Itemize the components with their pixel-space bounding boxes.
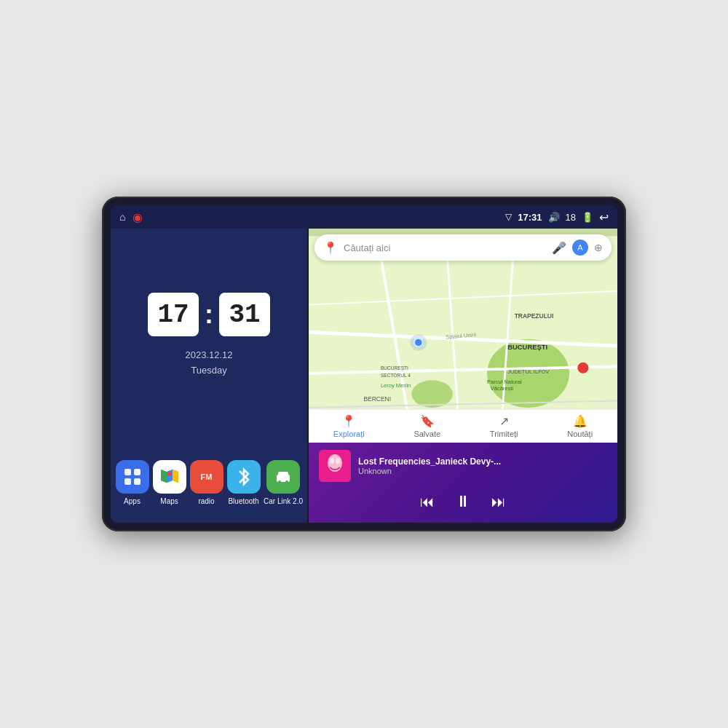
clock-date: 2023.12.12 Tuesday <box>185 348 232 379</box>
app-item-apps[interactable]: Apps <box>115 460 149 505</box>
salvate-label: Salvate <box>414 430 440 438</box>
explorare-label: Explorați <box>333 430 365 438</box>
battery-icon: 🔋 <box>582 212 593 223</box>
music-info: Lost Frequencies_Janieck Devy-... Unknow… <box>319 450 607 482</box>
right-panel: TRAPEZULUI BUCUREȘTI JUDEȚUL ILFOV BERCE… <box>309 229 617 523</box>
carlink-icon <box>266 460 300 494</box>
svg-rect-2 <box>124 478 131 485</box>
album-art <box>319 450 351 482</box>
noutati-label: Noutăți <box>567 430 593 438</box>
status-info: ▽ 17:31 🔊 18 🔋 ↩ <box>505 210 609 224</box>
map-area[interactable]: TRAPEZULUI BUCUREȘTI JUDEȚUL ILFOV BERCE… <box>309 229 617 443</box>
next-button[interactable]: ⏭ <box>491 494 506 510</box>
svg-point-11 <box>278 480 281 483</box>
music-text: Lost Frequencies_Janieck Devy-... Unknow… <box>358 456 607 475</box>
explorare-icon: 📍 <box>341 414 356 428</box>
map-pin-icon: 📍 <box>323 241 338 255</box>
svg-text:Leroy Merlin: Leroy Merlin <box>381 382 411 389</box>
volume-level: 18 <box>566 212 576 223</box>
map-bottom-bar: 📍 Explorați 🔖 Salvate ↗ Trimiteți 🔔 <box>309 409 617 443</box>
svg-text:Văcărești: Văcărești <box>491 385 514 392</box>
map-nav-explorare[interactable]: 📍 Explorați <box>333 414 365 438</box>
svg-point-12 <box>285 480 288 483</box>
music-artist: Unknown <box>358 467 607 475</box>
map-search-bar[interactable]: 📍 Căutați aici 🎤 A ⊕ <box>314 234 612 261</box>
svg-text:BUCUREȘTI: BUCUREȘTI <box>507 343 547 351</box>
radio-label: radio <box>198 497 214 505</box>
signal-icon: ▽ <box>505 212 512 222</box>
prev-button[interactable]: ⏮ <box>420 494 435 510</box>
bluetooth-label: Bluetooth <box>228 497 258 505</box>
status-nav-icons: ⌂ ◉ <box>119 210 143 224</box>
bluetooth-icon <box>227 460 261 494</box>
volume-icon: 🔊 <box>548 212 560 223</box>
clock-minute: 31 <box>219 293 270 336</box>
svg-marker-7 <box>173 470 178 483</box>
music-controls: ⏮ ⏸ ⏭ <box>319 492 607 515</box>
svg-rect-0 <box>124 469 131 475</box>
noutati-icon: 🔔 <box>573 414 587 428</box>
music-player: Lost Frequencies_Janieck Devy-... Unknow… <box>309 443 617 523</box>
clock-colon: : <box>205 299 213 330</box>
svg-rect-3 <box>134 478 141 485</box>
svg-rect-1 <box>134 469 141 475</box>
apps-label: Apps <box>124 497 141 505</box>
app-item-radio[interactable]: FM radio <box>189 460 223 505</box>
clock-display: 17 : 31 <box>148 293 270 336</box>
svg-text:Parcul Natural: Parcul Natural <box>487 379 522 385</box>
main-content: 17 : 31 2023.12.12 Tuesday <box>111 229 617 523</box>
apps-row: Apps Maps <box>111 443 307 523</box>
home-icon[interactable]: ⌂ <box>119 211 125 223</box>
svg-point-35 <box>410 334 427 351</box>
radio-icon: FM <box>190 460 223 494</box>
car-screen: ⌂ ◉ ▽ 17:31 🔊 18 🔋 ↩ 17 : <box>111 205 617 523</box>
play-pause-button[interactable]: ⏸ <box>455 492 471 511</box>
status-bar: ⌂ ◉ ▽ 17:31 🔊 18 🔋 ↩ <box>111 205 617 229</box>
svg-point-39 <box>336 458 340 464</box>
clock-widget: 17 : 31 2023.12.12 Tuesday <box>111 229 307 443</box>
svg-text:BERCENI: BERCENI <box>363 395 391 403</box>
map-nav-trimiteti[interactable]: ↗ Trimiteți <box>490 414 518 438</box>
svg-marker-5 <box>161 470 167 483</box>
mic-icon[interactable]: 🎤 <box>552 241 566 255</box>
map-nav-noutati[interactable]: 🔔 Noutăți <box>567 414 593 438</box>
svg-point-8 <box>167 472 172 476</box>
time-display: 17:31 <box>518 212 542 223</box>
apps-icon <box>116 460 149 494</box>
svg-text:BUCUREȘTI: BUCUREȘTI <box>381 365 408 371</box>
maps-nav-icon[interactable]: ◉ <box>132 210 143 224</box>
svg-text:TRAPEZULUI: TRAPEZULUI <box>515 312 554 320</box>
app-item-carlink[interactable]: Car Link 2.0 <box>264 460 303 505</box>
trimiteti-icon: ↗ <box>499 414 509 428</box>
user-avatar[interactable]: A <box>572 240 588 256</box>
map-search-text: Căutați aici <box>344 242 546 253</box>
svg-point-15 <box>411 380 453 408</box>
svg-rect-10 <box>278 472 288 476</box>
trimiteti-label: Trimiteți <box>490 430 518 438</box>
svg-point-38 <box>330 458 334 464</box>
map-nav-salvate[interactable]: 🔖 Salvate <box>414 414 440 438</box>
layers-icon[interactable]: ⊕ <box>594 242 603 253</box>
app-item-maps[interactable]: Maps <box>152 460 186 505</box>
maps-icon <box>153 460 186 494</box>
salvate-icon: 🔖 <box>420 414 435 428</box>
svg-text:JUDEȚUL ILFOV: JUDEȚUL ILFOV <box>507 368 549 375</box>
clock-hour: 17 <box>148 293 199 336</box>
back-icon[interactable]: ↩ <box>599 210 609 224</box>
svg-text:SECTORUL 4: SECTORUL 4 <box>381 373 411 378</box>
left-panel: 17 : 31 2023.12.12 Tuesday <box>111 229 307 523</box>
carlink-label: Car Link 2.0 <box>264 497 303 505</box>
app-item-bluetooth[interactable]: Bluetooth <box>226 460 261 505</box>
maps-label: Maps <box>160 497 178 505</box>
music-title: Lost Frequencies_Janieck Devy-... <box>358 456 607 467</box>
car-device: ⌂ ◉ ▽ 17:31 🔊 18 🔋 ↩ 17 : <box>102 197 626 531</box>
